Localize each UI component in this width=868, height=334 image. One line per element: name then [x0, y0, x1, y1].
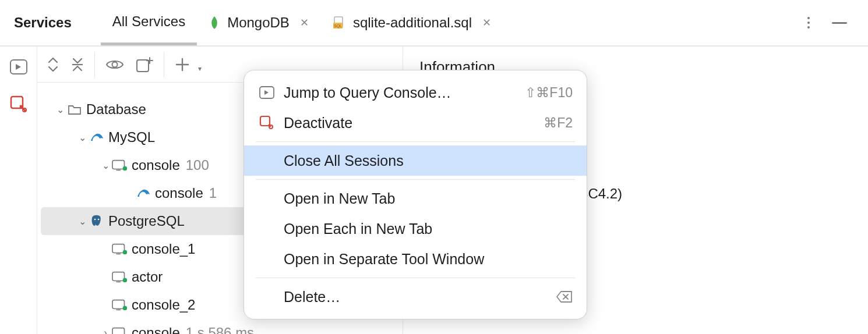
tree-label: console — [155, 185, 203, 201]
svg-point-14 — [98, 219, 100, 221]
menu-item-close-all-sessions[interactable]: Close All Sessions — [244, 145, 587, 176]
tree-label: console — [132, 325, 180, 334]
tree-badge: 1 — [209, 185, 217, 201]
chevron-down-icon[interactable]: ⌄ — [76, 132, 89, 143]
chevron-down-icon[interactable]: ▾ — [198, 65, 202, 73]
svg-rect-21 — [112, 300, 125, 309]
tab-mongodb[interactable]: MongoDB ✕ — [197, 0, 320, 45]
mysql-icon — [89, 132, 105, 143]
new-window-icon[interactable] — [136, 56, 153, 73]
tree-row-pg-console-last[interactable]: › console 1 s 586 ms — [37, 319, 403, 334]
menu-label: Jump to Query Console… — [284, 84, 525, 101]
more-options-icon[interactable] — [807, 17, 810, 29]
menu-separator — [256, 141, 575, 142]
menu-item-open-new-tab[interactable]: Open in New Tab — [244, 183, 587, 214]
svg-rect-29 — [260, 116, 270, 126]
leaf-icon — [209, 16, 220, 30]
svg-point-13 — [94, 219, 96, 221]
console-icon — [112, 299, 128, 311]
tab-label: sqlite-additional.sql — [353, 15, 472, 31]
menu-label: Open in Separate Tool Window — [284, 251, 573, 268]
menu-shortcut: ⌘F2 — [544, 115, 573, 131]
console-icon — [112, 327, 128, 334]
chevron-right-icon[interactable]: › — [99, 328, 112, 334]
tab-label: MongoDB — [227, 15, 290, 31]
menu-item-delete[interactable]: Delete… — [244, 282, 587, 312]
menu-separator — [256, 179, 575, 180]
chevron-down-icon[interactable]: ⌄ — [54, 104, 66, 115]
mysql-icon — [135, 187, 151, 199]
tree-label: PostgreSQL — [108, 213, 185, 229]
expand-icon[interactable] — [47, 56, 59, 73]
delete-key-icon — [556, 290, 573, 303]
play-wrap-icon[interactable] — [10, 59, 27, 74]
jump-console-icon — [258, 86, 276, 99]
menu-label: Open in New Tab — [284, 190, 573, 207]
tree-badge: 1 s 586 ms — [186, 325, 254, 334]
tab-sqlite-file[interactable]: SQL sqlite-additional.sql ✕ — [320, 0, 503, 45]
tree-label: console — [132, 157, 180, 173]
menu-shortcut: ⇧⌘F10 — [525, 85, 573, 101]
menu-item-deactivate[interactable]: Deactivate ⌘F2 — [244, 108, 587, 138]
collapse-icon[interactable] — [71, 56, 84, 73]
deactivate-icon — [258, 115, 276, 130]
svg-point-20 — [123, 278, 127, 282]
menu-separator — [256, 278, 575, 278]
menu-label: Close All Sessions — [284, 152, 573, 169]
postgres-icon — [89, 214, 105, 228]
svg-point-12 — [123, 166, 127, 170]
svg-rect-24 — [112, 328, 125, 334]
svg-text:SQL: SQL — [334, 24, 342, 29]
console-icon — [112, 159, 128, 171]
console-icon — [112, 271, 128, 283]
svg-rect-10 — [112, 161, 125, 169]
svg-point-23 — [123, 306, 127, 310]
context-menu: Jump to Query Console… ⇧⌘F10 Deactivate … — [244, 70, 587, 319]
eye-icon[interactable] — [105, 58, 124, 71]
chevron-down-icon[interactable]: ⌄ — [99, 160, 112, 171]
folder-icon — [66, 104, 83, 115]
deactivate-icon[interactable] — [10, 95, 27, 113]
left-gutter — [0, 47, 37, 334]
menu-label: Delete… — [284, 289, 556, 305]
plus-icon[interactable] — [175, 57, 190, 72]
svg-rect-9 — [137, 60, 149, 72]
tree-label: actor — [132, 269, 163, 285]
svg-rect-15 — [112, 244, 125, 253]
tab-all-services[interactable]: All Services — [101, 0, 197, 45]
minimize-icon[interactable] — [832, 22, 847, 24]
tab-bar: Services All Services MongoDB ✕ SQL sqli… — [0, 0, 868, 47]
close-icon[interactable]: ✕ — [300, 16, 309, 29]
console-icon — [112, 243, 128, 255]
menu-item-open-each-new-tab[interactable]: Open Each in New Tab — [244, 214, 587, 244]
menu-item-open-separate-window[interactable]: Open in Separate Tool Window — [244, 244, 587, 274]
svg-point-8 — [112, 62, 118, 67]
close-icon[interactable]: ✕ — [482, 16, 491, 29]
tree-label: console_1 — [132, 241, 195, 257]
chevron-down-icon[interactable]: ⌄ — [76, 216, 89, 227]
svg-marker-4 — [16, 64, 21, 70]
menu-label: Open Each in New Tab — [284, 221, 573, 237]
svg-point-17 — [123, 250, 127, 254]
tree-label: Database — [86, 101, 146, 118]
menu-item-jump-console[interactable]: Jump to Query Console… ⇧⌘F10 — [244, 77, 587, 108]
menu-label: Deactivate — [284, 115, 544, 132]
sql-file-icon: SQL — [332, 16, 346, 30]
tree-badge: 100 — [186, 157, 209, 173]
svg-marker-28 — [264, 90, 269, 95]
tab-label: All Services — [112, 13, 185, 30]
tree-label: MySQL — [108, 129, 155, 145]
tree-label: console_2 — [132, 297, 195, 313]
panel-title: Services — [14, 15, 72, 31]
svg-rect-18 — [112, 272, 125, 281]
